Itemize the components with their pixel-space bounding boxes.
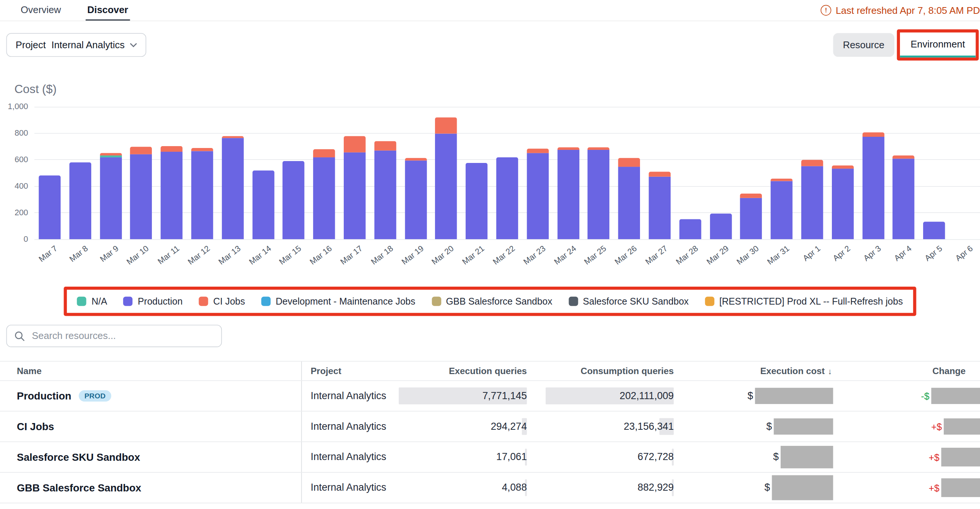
bar-segment-production[interactable]	[161, 152, 183, 239]
bar-segment-production[interactable]	[496, 157, 518, 239]
redacted-cost-value	[772, 476, 834, 500]
x-tick-label: Apr 1	[801, 244, 822, 263]
bar-segment-ci-jobs[interactable]	[832, 166, 854, 168]
filter-row: Project Internal Analytics Resource Envi…	[0, 29, 980, 61]
bar-segment-ci-jobs[interactable]	[405, 158, 426, 160]
bar-segment-production[interactable]	[801, 166, 823, 239]
bar-segment-ci-jobs[interactable]	[618, 158, 640, 167]
table-row-ci-jobs[interactable]: CI JobsInternal Analytics294,27423,156,3…	[0, 411, 980, 442]
resource-name-link[interactable]: Salesforce SKU Sandbox	[17, 451, 140, 463]
bar-segment-ci-jobs[interactable]	[191, 148, 213, 151]
bar-segment-production[interactable]	[100, 157, 122, 239]
tab-overview[interactable]: Overview	[19, 0, 63, 21]
bar-segment-ci-jobs[interactable]	[374, 141, 396, 151]
bar-segment-production[interactable]	[649, 177, 670, 239]
bar-segment-production[interactable]	[313, 157, 335, 239]
chart-legend: N/AProductionCI JobsDevelopment - Mainte…	[77, 296, 902, 306]
column-header-name[interactable]: Name	[0, 362, 302, 380]
bar-segment-ci-jobs[interactable]	[862, 133, 884, 137]
bar-segment-production[interactable]	[222, 138, 243, 239]
bar-segment-ci-jobs[interactable]	[222, 136, 243, 138]
column-header-execution-queries[interactable]: Execution queries	[400, 362, 528, 380]
bar-segment-ci-jobs[interactable]	[100, 153, 122, 155]
bar-segment-ci-jobs[interactable]	[557, 147, 579, 150]
bar-segment-production[interactable]	[252, 170, 274, 239]
bar-segment-production[interactable]	[344, 152, 366, 239]
column-header-project[interactable]: Project	[302, 362, 400, 380]
tab-discover[interactable]: Discover	[85, 0, 130, 21]
bar-segment-production[interactable]	[69, 163, 91, 239]
column-header-change[interactable]: Change	[835, 362, 980, 380]
table-row-production[interactable]: ProductionPRODInternal Analytics7,771,14…	[0, 381, 980, 411]
bar-segment-ci-jobs[interactable]	[344, 136, 366, 152]
change-cell: +$	[835, 442, 980, 472]
table-header-row: NameProjectExecution queriesConsumption …	[0, 361, 980, 381]
bar-segment-ci-jobs[interactable]	[740, 193, 762, 198]
bar-segment-production[interactable]	[130, 154, 152, 239]
sort-desc-icon: ↓	[828, 366, 832, 376]
bar-segment-production[interactable]	[771, 181, 792, 239]
project-filter-dropdown[interactable]: Project Internal Analytics	[6, 33, 146, 57]
resource-name-link[interactable]: GBB Salesforce Sandbox	[17, 482, 141, 494]
legend-item-ci-jobs[interactable]: CI Jobs	[199, 296, 245, 306]
column-header-consumption-queries[interactable]: Consumption queries	[528, 362, 675, 380]
bar-segment-ci-jobs[interactable]	[130, 146, 152, 154]
legend-item-development-maintenance-jobs[interactable]: Development - Maintenance Jobs	[261, 296, 415, 306]
resource-name-link[interactable]: Production	[17, 390, 72, 402]
bar-segment-ci-jobs[interactable]	[771, 178, 792, 181]
bar-segment-ci-jobs[interactable]	[161, 146, 183, 152]
bar-segment-production[interactable]	[191, 151, 213, 239]
resource-name-link[interactable]: CI Jobs	[17, 420, 54, 432]
bar-segment-production[interactable]	[466, 163, 487, 239]
bar-segment-ci-jobs[interactable]	[527, 148, 548, 153]
bar-segment-production[interactable]	[832, 168, 854, 239]
prod-badge: PROD	[79, 390, 111, 401]
table-row-gbb-salesforce-sandbox[interactable]: GBB Salesforce SandboxInternal Analytics…	[0, 473, 980, 503]
bar-segment-production[interactable]	[710, 213, 732, 239]
bar-segment-ci-jobs[interactable]	[649, 171, 670, 177]
resource-name-cell: GBB Salesforce Sandbox	[0, 473, 302, 503]
bar-segment-production[interactable]	[435, 134, 457, 239]
legend-item-salesforce-sku-sandbox[interactable]: Salesforce SKU Sandbox	[568, 296, 689, 306]
execution-queries-cell-value: 294,274	[491, 421, 527, 432]
legend-swatch	[568, 297, 578, 306]
table-row-salesforce-sku-sandbox[interactable]: Salesforce SKU SandboxInternal Analytics…	[0, 442, 980, 473]
bar-segment-ci-jobs[interactable]	[435, 117, 457, 134]
bar-segment-production[interactable]	[283, 161, 304, 239]
bar-segment-production[interactable]	[893, 159, 915, 239]
legend-item-gbb-salesforce-sandbox[interactable]: GBB Salesforce Sandbox	[432, 296, 552, 306]
project-filter-label: Project	[16, 39, 46, 51]
bar-segment-production[interactable]	[740, 198, 762, 239]
environment-button[interactable]: Environment	[900, 33, 975, 57]
x-tick-label: Mar 7	[37, 244, 59, 264]
legend-item-production[interactable]: Production	[123, 296, 183, 306]
x-tick-label: Mar 17	[339, 244, 364, 266]
bar-segment-production[interactable]	[405, 160, 426, 239]
search-resources-box[interactable]	[6, 325, 222, 347]
bar-segment-production[interactable]	[862, 136, 884, 239]
change-prefix: +$	[929, 482, 940, 493]
bar-segment-ci-jobs[interactable]	[801, 160, 823, 166]
bar-segment-production[interactable]	[374, 151, 396, 239]
consumption-queries-cell-value: 23,156,341	[624, 421, 674, 432]
bar-segment-ci-jobs[interactable]	[893, 156, 915, 159]
bar-segment-production[interactable]	[679, 219, 701, 239]
bar-segment-production[interactable]	[557, 150, 579, 239]
search-input[interactable]	[31, 330, 214, 342]
bar-segment-ci-jobs[interactable]	[588, 147, 609, 150]
bar-segment-production[interactable]	[923, 222, 945, 239]
resource-name-cell: Salesforce SKU Sandbox	[0, 442, 302, 472]
bar-segment-production[interactable]	[618, 167, 640, 239]
x-tick-label: Mar 14	[247, 244, 273, 266]
bar-segment-production[interactable]	[588, 150, 609, 239]
bar-segment-ci-jobs[interactable]	[313, 149, 335, 157]
legend-item-n-a[interactable]: N/A	[77, 296, 107, 306]
execution-queries-cell-value: 4,088	[502, 482, 527, 493]
bar-segment-production[interactable]	[38, 176, 60, 239]
bar-segment-production[interactable]	[527, 153, 548, 239]
legend-item-restricted-prod-xl-full-refresh-jobs[interactable]: [RESTRICTED] Prod XL -- Full-Refresh job…	[705, 296, 903, 306]
bar-segment-n-a[interactable]	[100, 155, 122, 157]
execution-cost-cell: $	[675, 473, 835, 503]
column-header-execution-cost[interactable]: Execution cost↓	[675, 362, 835, 380]
resource-button[interactable]: Resource	[833, 33, 894, 57]
